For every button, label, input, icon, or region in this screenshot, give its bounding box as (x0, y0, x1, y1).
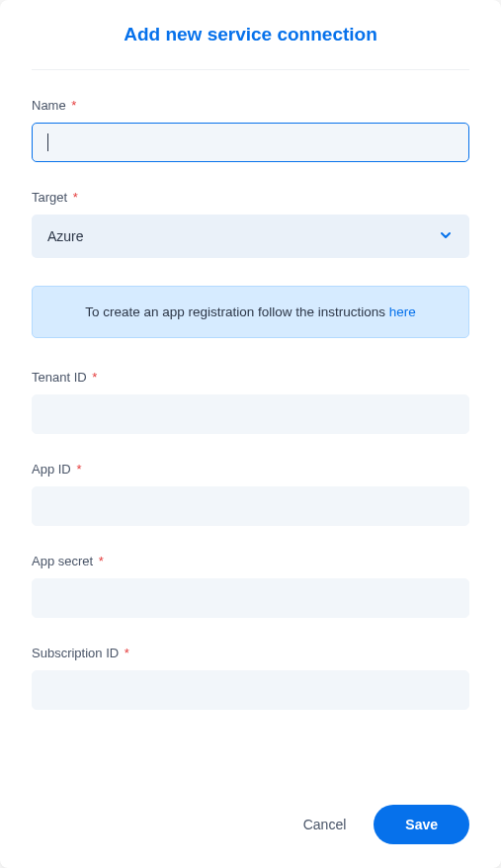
service-connection-modal: Add new service connection Name * Target… (0, 0, 501, 868)
name-label-text: Name (32, 98, 66, 113)
chevron-down-icon (438, 227, 454, 246)
app-id-label-text: App ID (32, 462, 71, 477)
cancel-button[interactable]: Cancel (299, 809, 351, 840)
name-input[interactable] (32, 123, 469, 162)
save-button[interactable]: Save (374, 805, 469, 844)
app-secret-label-text: App secret (32, 554, 93, 568)
app-secret-group: App secret * (32, 554, 469, 618)
subscription-id-label: Subscription ID * (32, 646, 469, 660)
app-secret-label: App secret * (32, 554, 469, 568)
target-selected-value: Azure (47, 228, 84, 244)
required-marker: * (92, 370, 97, 385)
required-marker: * (73, 190, 78, 205)
tenant-id-label: Tenant ID * (32, 370, 469, 385)
info-box: To create an app registration follow the… (32, 286, 469, 338)
name-label: Name * (32, 98, 469, 113)
target-label-text: Target (32, 190, 67, 205)
subscription-id-group: Subscription ID * (32, 646, 469, 710)
info-text: To create an app registration follow the… (85, 304, 389, 319)
required-marker: * (71, 98, 76, 113)
name-input-wrapper (32, 123, 469, 162)
app-id-label: App ID * (32, 462, 469, 477)
subscription-id-input[interactable] (32, 670, 469, 710)
target-label: Target * (32, 190, 469, 205)
app-id-group: App ID * (32, 462, 469, 526)
info-link[interactable]: here (389, 304, 416, 319)
app-secret-input[interactable] (32, 578, 469, 618)
target-select[interactable]: Azure (32, 215, 469, 258)
tenant-id-label-text: Tenant ID (32, 370, 87, 385)
required-marker: * (76, 462, 81, 477)
modal-footer: Cancel Save (32, 781, 469, 844)
subscription-id-label-text: Subscription ID (32, 646, 119, 660)
target-group: Target * Azure (32, 190, 469, 258)
tenant-id-group: Tenant ID * (32, 370, 469, 434)
tenant-id-input[interactable] (32, 394, 469, 434)
name-group: Name * (32, 98, 469, 162)
required-marker: * (99, 554, 104, 568)
app-id-input[interactable] (32, 486, 469, 526)
modal-title: Add new service connection (32, 24, 469, 70)
required-marker: * (125, 646, 129, 660)
text-caret (47, 133, 48, 151)
